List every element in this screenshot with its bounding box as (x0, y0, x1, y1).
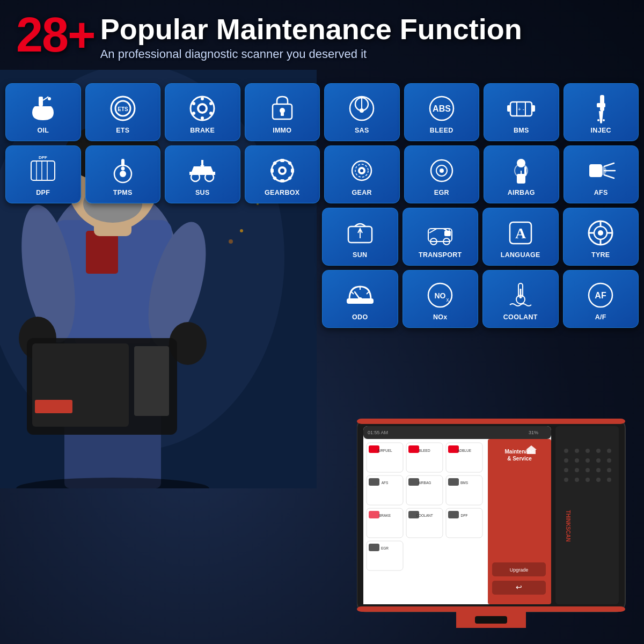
svg-rect-54 (597, 103, 605, 107)
feature-oil-label: OIL (37, 127, 49, 134)
svg-point-188 (564, 478, 568, 482)
svg-point-57 (603, 119, 605, 121)
feature-coolant-label: COOLANT (503, 313, 538, 321)
svg-point-182 (607, 458, 611, 463)
feature-coolant: COOLANT (482, 270, 559, 328)
svg-line-94 (604, 163, 614, 166)
language-icon: A (504, 217, 537, 249)
svg-point-35 (201, 116, 204, 120)
feature-gear: GEAR (324, 145, 400, 203)
svg-text:31%: 31% (529, 430, 538, 435)
svg-point-192 (607, 478, 611, 482)
ets-icon: ETS (107, 92, 139, 125)
svg-text:DPF: DPF (461, 514, 468, 517)
main-container: 28+ Popular Maintenance Function An prof… (0, 0, 644, 644)
svg-point-190 (586, 478, 590, 482)
dpf-icon: DPF (27, 155, 59, 187)
feature-immo-label: IMMO (273, 127, 291, 134)
sas-icon (346, 92, 378, 125)
feature-sas: SAS (324, 83, 400, 141)
transport-icon (424, 217, 456, 249)
brake-icon (186, 92, 218, 125)
svg-point-174 (575, 449, 579, 453)
feature-tyre-label: TYRE (591, 251, 610, 259)
svg-rect-150 (448, 478, 459, 486)
svg-rect-71 (280, 179, 284, 182)
feature-language: A LANGUAGE (482, 208, 559, 266)
feature-nox: NO x NOx (402, 270, 479, 328)
svg-point-36 (192, 112, 195, 115)
svg-text:BLEED: BLEED (419, 449, 430, 452)
svg-rect-130 (363, 426, 551, 439)
svg-rect-70 (280, 159, 284, 162)
airbag-icon (505, 155, 537, 187)
svg-rect-58 (31, 161, 55, 180)
svg-point-55 (597, 119, 599, 121)
features-row-4: ODO NO x NOx (322, 270, 639, 328)
bleed-icon: ABS (426, 92, 458, 125)
afs-icon (585, 155, 617, 187)
feature-gearbox: GEARBOX (245, 145, 320, 203)
injec-icon (585, 92, 617, 125)
feature-airbag-label: AIRBAG (508, 189, 535, 196)
svg-text:AFS: AFS (382, 481, 389, 485)
feature-count: 28+ (16, 11, 95, 59)
svg-text:COOLANT: COOLANT (416, 514, 433, 517)
feature-tpms: TPMS (85, 145, 161, 203)
feature-injec: INJEC (564, 83, 639, 141)
gear-icon (346, 155, 378, 187)
svg-text:x: x (447, 297, 449, 303)
svg-point-185 (586, 468, 590, 472)
svg-rect-164 (488, 439, 551, 604)
feature-afs-label: AFS (594, 189, 608, 196)
svg-rect-102 (444, 231, 451, 236)
svg-text:Upgrade: Upgrade (510, 567, 529, 573)
nox-icon: NO x (424, 279, 456, 311)
feature-injec-label: INJEC (591, 127, 611, 134)
feature-bleed-label: BLEED (430, 127, 453, 134)
svg-text:01:55 AM: 01:55 AM (368, 430, 388, 435)
svg-rect-65 (121, 159, 125, 166)
svg-point-31 (199, 105, 206, 112)
svg-point-89 (517, 159, 525, 167)
svg-point-177 (607, 449, 611, 453)
svg-point-191 (596, 478, 601, 482)
oil-icon (27, 92, 59, 125)
svg-point-66 (121, 166, 125, 170)
feature-airbag: AIRBAG (484, 145, 559, 203)
feature-brake-label: BRAKE (190, 127, 215, 134)
svg-point-79 (280, 169, 284, 173)
header-text-block: Popular Maintenance Function An professi… (100, 11, 522, 61)
sus-icon (186, 155, 218, 187)
svg-rect-153 (369, 511, 379, 518)
feature-odo-label: ODO (352, 313, 368, 321)
feature-af: AF A/F (563, 270, 639, 328)
svg-line-96 (604, 175, 614, 178)
svg-text:ETS: ETS (118, 106, 128, 112)
coolant-icon (504, 279, 537, 311)
feature-immo: IMMO (245, 83, 320, 141)
immo-icon (266, 92, 298, 125)
feature-dpf-label: DPF (36, 189, 50, 196)
svg-text:ABS: ABS (433, 104, 451, 113)
svg-text:↩: ↩ (516, 583, 522, 591)
svg-text:+  -: + - (518, 106, 524, 112)
feature-odo: ODO (322, 270, 398, 328)
svg-point-56 (600, 121, 602, 123)
feature-brake: BRAKE (165, 83, 240, 141)
tyre-icon (584, 217, 617, 249)
svg-rect-49 (507, 105, 510, 112)
feature-egr-label: EGR (434, 189, 449, 196)
svg-point-181 (596, 458, 601, 463)
features-row-1: OIL ETS ETS (5, 83, 639, 141)
feature-gearbox-label: GEARBOX (265, 189, 299, 196)
feature-dpf: DPF DPF (5, 145, 81, 203)
feature-sas-label: SAS (355, 127, 369, 134)
svg-text:ADBLUE: ADBLUE (457, 449, 472, 452)
page-subtitle: An professional diagnostic scanner you d… (100, 47, 522, 61)
svg-rect-48 (532, 105, 535, 112)
svg-point-183 (564, 468, 568, 472)
svg-point-178 (564, 458, 568, 463)
svg-text:BRAKE: BRAKE (379, 514, 391, 517)
svg-point-176 (596, 449, 601, 453)
